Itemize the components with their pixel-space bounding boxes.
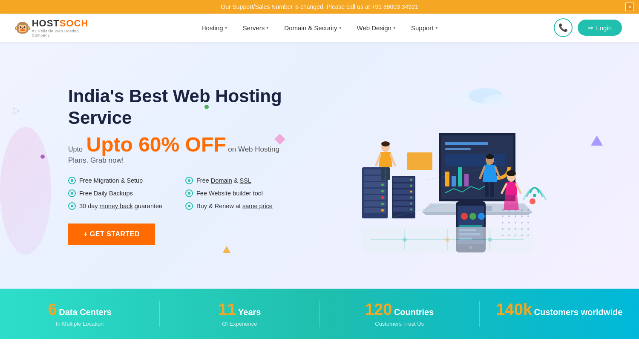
svg-point-90 <box>502 215 504 217</box>
svg-point-41 <box>410 191 412 193</box>
svg-point-39 <box>410 179 412 181</box>
login-icon: ⇒ <box>588 24 593 32</box>
hero-content: India's Best Web Hosting Service Upto Up… <box>68 86 290 245</box>
feature-migration: Free Migration & Setup <box>68 177 173 184</box>
nav-item-servers[interactable]: Servers ▾ <box>235 21 277 35</box>
banner-close-button[interactable]: ✕ <box>625 3 634 11</box>
svg-rect-71 <box>485 182 489 197</box>
svg-point-93 <box>521 215 523 217</box>
svg-point-96 <box>508 222 510 224</box>
svg-rect-10 <box>445 172 449 186</box>
feature-check-icon <box>185 177 193 184</box>
svg-point-47 <box>461 213 468 220</box>
svg-point-91 <box>508 215 510 217</box>
phone-button[interactable]: 📞 <box>554 18 573 37</box>
nav-item-hosting[interactable]: Hosting ▾ <box>194 21 235 35</box>
chevron-down-icon: ▾ <box>393 25 396 31</box>
svg-point-81 <box>445 238 449 242</box>
chevron-down-icon: ▾ <box>339 25 342 31</box>
svg-point-30 <box>381 203 384 205</box>
hero-illustration <box>290 59 613 272</box>
svg-point-94 <box>527 215 529 217</box>
svg-point-97 <box>515 222 516 224</box>
feature-builder: Fee Website builder tool <box>185 189 290 197</box>
svg-point-103 <box>521 228 523 230</box>
subtitle-prefix: Upto <box>68 146 83 153</box>
svg-point-89 <box>527 209 529 211</box>
hero-title: India's Best Web Hosting Service <box>68 86 290 129</box>
decor-triangle-yellow <box>223 246 230 253</box>
svg-rect-13 <box>464 174 469 186</box>
svg-point-48 <box>469 213 476 220</box>
chevron-down-icon: ▾ <box>435 25 438 31</box>
feature-same-price: Buy & Renew at same price <box>185 202 290 210</box>
svg-point-92 <box>515 215 516 217</box>
svg-point-88 <box>521 209 523 211</box>
hero-features: Free Migration & Setup Free Domain & SSL… <box>68 177 290 210</box>
svg-point-83 <box>533 194 536 197</box>
svg-point-107 <box>515 235 516 236</box>
decor-circle-pink <box>0 127 51 255</box>
hero-section: ▷ India's Best Web Hosting Service Upto … <box>0 42 639 289</box>
nav: Hosting ▾ Servers ▾ Domain & Security ▾ … <box>85 21 554 35</box>
login-button[interactable]: ⇒ Login <box>578 20 622 36</box>
feature-check-icon <box>68 202 76 210</box>
svg-point-80 <box>403 238 407 242</box>
logo-tagline: #1 Reliable Web Hosting Company <box>32 29 89 37</box>
hero-subtitle: Upto Upto 60% OFF on Web Hosting Plans. … <box>68 133 290 165</box>
svg-point-27 <box>381 183 384 186</box>
nav-item-web-design[interactable]: Web Design ▾ <box>349 21 403 35</box>
chevron-down-icon: ▾ <box>266 25 269 31</box>
svg-point-98 <box>521 222 523 224</box>
svg-point-95 <box>502 222 504 224</box>
svg-point-44 <box>410 209 412 211</box>
svg-point-69 <box>486 154 494 159</box>
header: 🐵 HOSTSOCH #1 Reliable Web Hosting Compa… <box>0 14 639 42</box>
svg-rect-12 <box>458 167 462 186</box>
stat-years: 11 Years Of Experience <box>160 301 320 327</box>
svg-marker-64 <box>505 182 517 195</box>
svg-line-67 <box>516 184 521 193</box>
stat-customers: 140k Customers worldwide <box>480 301 639 327</box>
hero-illustration-svg <box>341 74 562 257</box>
svg-point-82 <box>488 238 492 242</box>
svg-rect-84 <box>407 152 432 170</box>
stats-bar: 6 Data Centers In Multiple Location 11 Y… <box>0 289 639 339</box>
logo-text: HOSTSOCH <box>32 18 89 29</box>
svg-point-28 <box>381 190 384 192</box>
svg-point-49 <box>478 213 485 220</box>
subtitle-offer: Upto 60% OFF <box>86 133 226 156</box>
svg-point-42 <box>410 197 412 199</box>
svg-point-40 <box>410 185 412 187</box>
svg-point-2 <box>484 95 513 108</box>
stat-countries: 120 Countries Customers Trust Us <box>320 301 480 327</box>
nav-item-support[interactable]: Support ▾ <box>403 21 446 35</box>
svg-point-85 <box>502 209 504 211</box>
svg-point-29 <box>381 196 384 199</box>
svg-rect-11 <box>452 176 456 186</box>
svg-rect-58 <box>381 167 385 180</box>
svg-marker-65 <box>504 195 519 210</box>
feature-money-back: 30 day money back guarantee <box>68 202 173 210</box>
svg-rect-50 <box>459 225 482 227</box>
feature-check-icon <box>185 202 193 210</box>
feature-domain: Free Domain & SSL <box>185 177 290 184</box>
logo[interactable]: 🐵 HOSTSOCH #1 Reliable Web Hosting Compa… <box>17 18 85 37</box>
logo-icon: 🐵 <box>14 20 31 36</box>
svg-point-102 <box>515 228 516 230</box>
svg-rect-6 <box>445 148 471 150</box>
nav-item-domain-security[interactable]: Domain & Security ▾ <box>276 21 349 35</box>
svg-point-108 <box>521 235 523 236</box>
svg-point-86 <box>508 209 510 211</box>
feature-check-icon <box>68 177 76 184</box>
get-started-button[interactable]: + GET STARTED <box>68 224 155 245</box>
chevron-down-icon: ▾ <box>225 25 227 31</box>
svg-point-99 <box>527 222 529 224</box>
svg-point-104 <box>527 228 529 230</box>
svg-rect-72 <box>490 182 494 197</box>
svg-rect-7 <box>445 154 505 166</box>
svg-point-43 <box>410 203 412 205</box>
svg-point-31 <box>381 209 384 212</box>
feature-backups: Free Daily Backups <box>68 189 173 197</box>
stat-data-centers: 6 Data Centers In Multiple Location <box>0 301 160 327</box>
